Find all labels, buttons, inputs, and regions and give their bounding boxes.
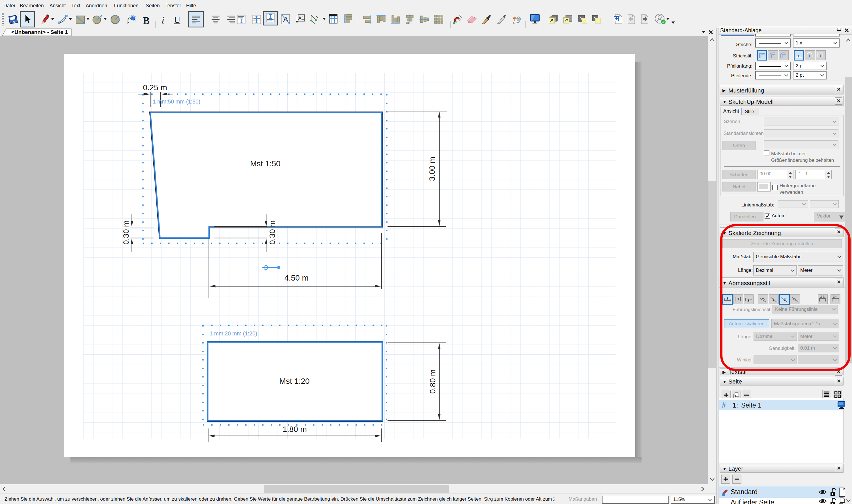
svg-text:0.30 m: 0.30 m bbox=[122, 220, 130, 245]
svg-text:0.80 m: 0.80 m bbox=[428, 370, 437, 394]
svg-text:1 mm:20 mm (1:20): 1 mm:20 mm (1:20) bbox=[210, 331, 257, 337]
svg-text:1 mm:50 mm (1:50): 1 mm:50 mm (1:50) bbox=[153, 99, 200, 105]
svg-text:0.25 m: 0.25 m bbox=[143, 83, 167, 92]
svg-text:Mst 1:50: Mst 1:50 bbox=[250, 159, 280, 168]
svg-text:Mst 1:20: Mst 1:20 bbox=[279, 377, 309, 385]
svg-text:0.30 m: 0.30 m bbox=[268, 220, 277, 245]
svg-text:4.50 m: 4.50 m bbox=[284, 273, 309, 282]
svg-text:1.80 m: 1.80 m bbox=[283, 425, 307, 434]
svg-text:3.00 m: 3.00 m bbox=[428, 157, 436, 181]
